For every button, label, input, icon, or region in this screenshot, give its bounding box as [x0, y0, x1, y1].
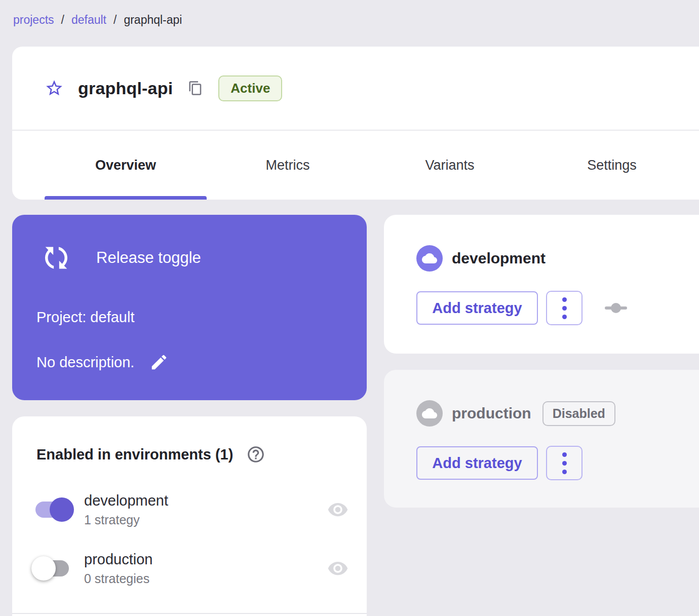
environment-row-production: production 0 strategies	[34, 543, 348, 594]
panel-divider	[12, 613, 367, 614]
breadcrumb-current: graphql-api	[124, 13, 182, 27]
strategy-count: 0 strategies	[84, 571, 152, 586]
kebab-menu-icon[interactable]	[546, 446, 582, 480]
environment-card-name: development	[452, 250, 546, 267]
status-badge: Active	[218, 75, 282, 101]
add-strategy-button[interactable]: Add strategy	[416, 446, 538, 480]
development-environment-card: development Add strategy	[384, 215, 699, 354]
loop-refresh-icon	[40, 241, 73, 275]
strategy-count: 1 strategy	[84, 513, 168, 527]
breadcrumb: projects / default / graphql-api	[13, 13, 182, 27]
toggle-type-label: Release toggle	[96, 249, 201, 267]
development-toggle[interactable]	[34, 497, 74, 522]
help-icon[interactable]	[246, 445, 265, 464]
eye-icon[interactable]	[327, 558, 348, 579]
cloud-icon	[416, 400, 443, 427]
tab-metrics[interactable]: Metrics	[207, 131, 369, 200]
environment-row-development: development 1 strategy	[34, 484, 348, 535]
edit-description-icon[interactable]	[149, 353, 169, 372]
release-toggle-card: Release toggle Project: default No descr…	[12, 215, 367, 400]
enabled-environments-panel: Enabled in environments (1) development …	[12, 416, 367, 616]
environment-name: production	[84, 551, 152, 568]
breadcrumb-default-link[interactable]: default	[71, 13, 106, 27]
project-label: Project: default	[36, 309, 134, 326]
eye-icon[interactable]	[327, 499, 348, 520]
favorite-star-icon[interactable]	[45, 79, 64, 98]
kebab-menu-icon[interactable]	[546, 291, 582, 325]
feature-title: graphql-api	[78, 79, 173, 98]
enabled-environments-title: Enabled in environments (1)	[36, 446, 233, 463]
breadcrumb-separator: /	[61, 13, 64, 27]
breadcrumb-projects-link[interactable]: projects	[13, 13, 54, 27]
production-environment-card: production Disabled Add strategy	[384, 370, 699, 508]
production-toggle[interactable]	[34, 556, 74, 581]
rollout-slider-icon	[605, 303, 627, 313]
environment-name: development	[84, 492, 168, 509]
disabled-badge: Disabled	[542, 401, 615, 426]
tab-bar: Overview Metrics Variants Settings	[12, 131, 699, 200]
cloud-icon	[416, 245, 443, 272]
copy-icon[interactable]	[188, 81, 203, 96]
tab-settings[interactable]: Settings	[531, 131, 693, 200]
environment-card-name: production	[452, 405, 531, 422]
breadcrumb-separator: /	[113, 13, 116, 27]
tab-overview[interactable]: Overview	[45, 131, 207, 200]
description-label: No description.	[36, 354, 134, 371]
add-strategy-button[interactable]: Add strategy	[416, 291, 538, 325]
feature-header-card: graphql-api Active	[12, 47, 699, 130]
tab-variants[interactable]: Variants	[369, 131, 531, 200]
